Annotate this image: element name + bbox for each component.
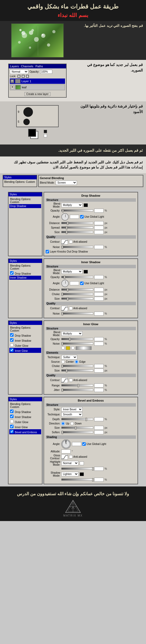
li-drop-shadow-1[interactable]: Drop Shadow bbox=[9, 204, 41, 208]
ds-noise-slider[interactable] bbox=[61, 246, 93, 248]
small-black-swatch[interactable] bbox=[44, 130, 47, 133]
is-blend-select[interactable]: Multiply bbox=[61, 269, 83, 274]
ig-contour-box[interactable] bbox=[61, 378, 68, 383]
cb-inner-glow-4[interactable] bbox=[10, 425, 14, 428]
ig-opacity-thumb[interactable] bbox=[69, 338, 71, 341]
lock-icon3[interactable]: 🔲 bbox=[26, 75, 29, 78]
ds-opacity-thumb[interactable] bbox=[62, 209, 64, 212]
is-noise-slider[interactable] bbox=[61, 312, 93, 315]
leaf-eye[interactable]: 👁 bbox=[11, 85, 14, 89]
ds-antialias-checkbox[interactable] bbox=[69, 240, 72, 243]
is-angle-input[interactable]: 90 bbox=[70, 281, 79, 285]
be-soften-input[interactable]: 0 bbox=[94, 430, 104, 434]
is-opacity-thumb[interactable] bbox=[64, 276, 65, 279]
ig-jitter-input[interactable]: 0 bbox=[94, 388, 104, 392]
be-dir-down[interactable] bbox=[70, 422, 74, 425]
cb-drop-shadow-3[interactable] bbox=[10, 333, 14, 337]
be-soften-slider[interactable] bbox=[61, 431, 93, 433]
ds-distance-thumb[interactable] bbox=[67, 222, 68, 225]
be-shadow-opacity-thumb[interactable] bbox=[92, 478, 94, 481]
cb-inner-shadow-4[interactable] bbox=[10, 415, 14, 418]
be-altitude-input[interactable]: 73 bbox=[61, 449, 71, 453]
be-dir-up[interactable] bbox=[61, 422, 65, 425]
be-depth-input[interactable]: 78 bbox=[94, 417, 104, 421]
is-global-light-check[interactable]: Use Global Light bbox=[80, 282, 104, 285]
cb-drop-shadow-2[interactable] bbox=[10, 271, 14, 275]
is-distance-input[interactable]: 5 bbox=[94, 288, 104, 292]
is-choke-slider[interactable] bbox=[61, 293, 93, 295]
cb-bevel-emboss-4[interactable] bbox=[10, 430, 14, 433]
ds-global-light-checkbox[interactable] bbox=[80, 215, 84, 218]
is-contour-box[interactable] bbox=[61, 306, 68, 311]
ig-source-center[interactable] bbox=[61, 360, 65, 364]
is-color-swatch[interactable] bbox=[84, 270, 88, 274]
is-choke-input[interactable]: 0 bbox=[94, 292, 104, 296]
li-outer-glow-3[interactable]: Outer Glow bbox=[9, 343, 41, 348]
li-blending-4[interactable]: Blending Options: Custom bbox=[9, 402, 41, 409]
be-antialias-checkbox[interactable] bbox=[69, 455, 72, 459]
be-gloss-contour-box[interactable] bbox=[61, 454, 68, 460]
ig-noise-slider[interactable] bbox=[61, 342, 93, 345]
be-shadow-opacity-input[interactable]: 100 bbox=[94, 478, 104, 482]
foreground-color-box[interactable] bbox=[28, 129, 36, 137]
be-style-select[interactable]: Inner Bevel bbox=[61, 407, 83, 412]
ig-radio-gradient[interactable] bbox=[71, 346, 75, 350]
be-shadow-color[interactable] bbox=[80, 472, 84, 476]
ig-gradient-swatch[interactable] bbox=[76, 346, 92, 350]
create-layer-button[interactable]: Create a new layer bbox=[24, 92, 50, 96]
be-highlight-color[interactable] bbox=[80, 461, 84, 465]
is-size-slider[interactable] bbox=[61, 298, 93, 300]
ds-blend-select[interactable]: Multiply bbox=[61, 203, 83, 207]
ds-size-slider[interactable] bbox=[61, 231, 93, 233]
be-highlight-opacity-thumb[interactable] bbox=[92, 467, 94, 470]
ig-range-thumb[interactable] bbox=[78, 384, 79, 387]
leaf-layer-row[interactable]: 👁 leaf bbox=[10, 84, 65, 90]
be-global-light-check[interactable]: Use Global Light bbox=[82, 442, 106, 446]
li-blending-3[interactable]: Blending Options: Custom bbox=[9, 326, 41, 333]
layer1-row[interactable]: 👁 Layer 1 bbox=[10, 79, 65, 84]
cb-drop-shadow-4[interactable] bbox=[10, 410, 14, 413]
li-inner-glow-4[interactable]: Inner Glow bbox=[9, 424, 41, 429]
be-shadow-opacity-slider[interactable] bbox=[61, 478, 93, 481]
ig-jitter-slider[interactable] bbox=[61, 389, 93, 391]
cb-outer-glow-3[interactable] bbox=[10, 343, 14, 347]
ds-distance-slider[interactable] bbox=[61, 222, 93, 224]
is-size-thumb[interactable] bbox=[67, 297, 68, 300]
li-drop-shadow-3[interactable]: Drop Shadow bbox=[9, 333, 41, 338]
ds-noise-input[interactable]: 0 bbox=[94, 245, 104, 249]
ig-size-slider[interactable] bbox=[61, 369, 93, 371]
ds-size-input[interactable]: 4 bbox=[94, 230, 104, 234]
be-size-input[interactable]: 13 bbox=[94, 426, 104, 430]
be-angle-dial[interactable] bbox=[61, 439, 71, 449]
be-size-thumb[interactable] bbox=[75, 426, 76, 430]
is-size-input[interactable]: 5 bbox=[94, 297, 104, 301]
be-global-light-checkbox[interactable] bbox=[82, 442, 86, 446]
ig-size-thumb[interactable] bbox=[66, 369, 67, 372]
be-depth-slider[interactable] bbox=[61, 418, 93, 420]
li-outer-glow-4[interactable]: Outer Glow bbox=[9, 419, 41, 424]
ig-range-input[interactable]: 50 bbox=[94, 383, 104, 387]
ig-size-input[interactable]: 4 bbox=[94, 369, 104, 373]
ds-color-swatch[interactable] bbox=[84, 203, 88, 207]
ig-solid-color[interactable] bbox=[66, 346, 70, 350]
tab-paths[interactable]: Paths bbox=[36, 65, 43, 68]
opacity-input[interactable] bbox=[40, 70, 52, 74]
be-highlight-opacity-input[interactable]: 100 bbox=[94, 467, 104, 471]
is-antialias-check[interactable]: Anti-aliased bbox=[69, 307, 87, 310]
ds-opacity-input[interactable]: 4 bbox=[94, 209, 104, 213]
ds-angle-dial[interactable] bbox=[61, 213, 69, 221]
is-distance-slider[interactable] bbox=[61, 288, 93, 291]
be-size-slider[interactable] bbox=[61, 427, 93, 429]
ds-spread-thumb[interactable] bbox=[66, 226, 67, 229]
is-angle-dial[interactable] bbox=[61, 280, 69, 287]
ig-technique-select[interactable]: Softer bbox=[61, 355, 77, 360]
ig-choke-thumb[interactable] bbox=[62, 365, 63, 368]
ig-radio-solid[interactable] bbox=[61, 346, 65, 350]
tab-channels[interactable]: Channels bbox=[21, 65, 33, 68]
small-white-swatch[interactable] bbox=[44, 134, 47, 137]
is-global-light-checkbox[interactable] bbox=[80, 282, 84, 285]
li-inner-glow-3[interactable]: Inner Glow bbox=[9, 348, 41, 353]
ds-noise-thumb[interactable] bbox=[62, 246, 63, 249]
is-antialias-checkbox[interactable] bbox=[69, 307, 72, 310]
ds-contour-box[interactable] bbox=[61, 239, 68, 245]
